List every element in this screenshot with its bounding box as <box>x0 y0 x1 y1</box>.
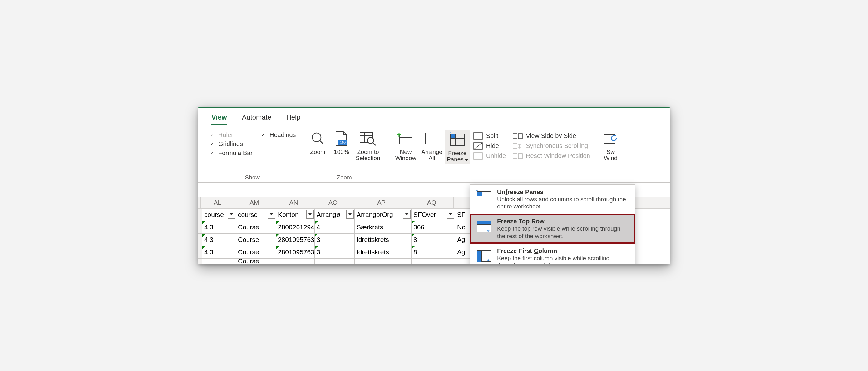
tab-view[interactable]: View <box>211 113 227 125</box>
hide-button[interactable]: Hide <box>473 142 506 150</box>
check-formula-bar[interactable]: ✓ Formula Bar <box>209 149 253 157</box>
cell[interactable]: 4 3 <box>202 246 236 259</box>
freeze-top-row-icon: * <box>475 218 493 235</box>
cell[interactable]: 2800261294 <box>276 221 315 234</box>
cell[interactable]: 2801095763 <box>276 234 315 246</box>
unhide-button: Unhide <box>473 151 506 160</box>
cell[interactable]: Idrettskrets <box>355 246 411 259</box>
cell[interactable] <box>455 259 471 264</box>
group-label: Zoom <box>306 174 383 182</box>
filter-dropdown-icon[interactable] <box>306 210 314 219</box>
new-window-button[interactable]: New Window <box>393 130 419 162</box>
column-header[interactable]: AL <box>201 197 235 208</box>
svg-rect-28 <box>513 143 517 148</box>
cell[interactable] <box>355 259 411 264</box>
error-indicator-icon <box>202 221 206 224</box>
filter-cell[interactable]: ArrangorOrg <box>355 209 411 221</box>
cell[interactable]: Ag <box>455 234 471 246</box>
arrange-all-button[interactable]: Arrange All <box>419 130 445 162</box>
cell[interactable]: Idrettskrets <box>355 234 411 246</box>
column-header[interactable]: AO <box>313 197 353 208</box>
filter-dropdown-icon[interactable] <box>447 210 454 219</box>
row-edge <box>198 234 202 246</box>
cell[interactable] <box>315 259 355 264</box>
check-gridlines[interactable]: ✓ Gridlines <box>209 140 253 147</box>
column-header[interactable]: AP <box>353 197 410 208</box>
svg-text:*: * <box>487 258 490 264</box>
cell[interactable]: 3 <box>315 234 355 246</box>
new-window-icon <box>397 130 415 147</box>
cell[interactable]: Course <box>236 234 276 246</box>
cell[interactable]: Course <box>236 246 276 259</box>
filter-cell[interactable]: SFOver <box>411 209 455 221</box>
filter-dropdown-icon[interactable] <box>346 210 354 219</box>
svg-rect-42 <box>477 250 482 262</box>
row-edge <box>198 259 202 264</box>
freeze-first-column-icon: * <box>475 247 493 264</box>
switch-windows-button[interactable]: Sw Wind <box>599 130 623 162</box>
freeze-panes-icon: * <box>448 131 467 148</box>
cell[interactable]: 8 <box>411 234 455 246</box>
filter-cell[interactable]: SF <box>455 209 471 221</box>
filter-cell[interactable]: course- <box>236 209 276 221</box>
cell[interactable]: No <box>455 221 471 234</box>
svg-rect-27 <box>518 134 522 139</box>
tab-automate[interactable]: Automate <box>242 113 271 125</box>
svg-line-1 <box>320 141 323 144</box>
column-header[interactable]: AQ <box>410 197 454 208</box>
group-show: ✓ Ruler ✓ Gridlines ✓ Formula Bar ✓ <box>204 129 301 182</box>
unhide-icon <box>473 151 483 160</box>
row-edge <box>198 221 202 234</box>
cell[interactable]: 4 <box>315 221 355 234</box>
check-headings[interactable]: ✓ Headings <box>260 131 296 139</box>
cell[interactable]: Course <box>236 221 276 234</box>
column-header[interactable]: AN <box>274 197 313 208</box>
cell[interactable] <box>202 259 236 264</box>
cell[interactable]: 4 3 <box>202 221 236 234</box>
view-side-by-side-button[interactable]: View Side by Side <box>513 132 590 140</box>
menu-item-freeze-top-row[interactable]: * Freeze Top Row Keep the top row visibl… <box>470 214 635 244</box>
cell[interactable]: 366 <box>411 221 455 234</box>
tab-help[interactable]: Help <box>286 113 300 125</box>
svg-rect-38 <box>477 221 491 225</box>
button-label-line2: Wind <box>604 155 617 162</box>
cell[interactable]: Ag <box>455 246 471 259</box>
filter-cell[interactable]: Arrangø <box>315 209 355 221</box>
cell[interactable]: Course <box>236 259 276 264</box>
cell[interactable]: 2801095763 <box>276 246 315 259</box>
checkbox-icon: ✓ <box>209 141 215 147</box>
cell[interactable] <box>276 259 315 264</box>
split-button[interactable]: Split <box>473 132 506 140</box>
button-label-line1: New <box>400 148 412 156</box>
cell-value: 4 3 <box>204 224 213 231</box>
menu-item-title: Freeze First Column <box>497 247 630 255</box>
check-label: Formula Bar <box>218 149 253 157</box>
filter-cell[interactable]: Konton <box>276 209 315 221</box>
column-header[interactable] <box>454 197 469 208</box>
filter-dropdown-icon[interactable] <box>268 210 275 219</box>
corner-cell[interactable] <box>198 197 201 208</box>
cell[interactable] <box>411 259 455 264</box>
cell-value: 2800261294 <box>278 224 314 231</box>
magnifier-icon <box>308 130 327 147</box>
freeze-panes-button[interactable]: * Freeze Panes <box>445 130 470 164</box>
menu-item-unfreeze-panes[interactable]: * Unfreeze Panes Unlock all rows and col… <box>470 185 635 214</box>
cell-value: 4 3 <box>204 236 213 243</box>
menu-item-desc: Keep the top row visible while scrolling… <box>497 225 630 240</box>
column-header[interactable]: AM <box>235 197 274 208</box>
reset-window-position-button: Reset Window Position <box>513 151 590 160</box>
cell[interactable]: 8 <box>411 246 455 259</box>
filter-cell[interactable]: course- <box>202 209 236 221</box>
menu-item-desc: Unlock all rows and columns to scroll th… <box>497 196 630 211</box>
zoom-button[interactable]: Zoom <box>306 130 330 162</box>
filter-dropdown-icon[interactable] <box>228 210 235 219</box>
zoom-100-button[interactable]: 100 100% <box>330 130 353 162</box>
zoom-selection-button[interactable]: Zoom to Selection <box>353 130 383 162</box>
error-indicator-icon <box>411 221 415 224</box>
filter-dropdown-icon[interactable] <box>403 210 411 219</box>
cell[interactable]: Særkrets <box>355 221 411 234</box>
cell[interactable]: 4 3 <box>202 234 236 246</box>
cell[interactable]: 3 <box>315 246 355 259</box>
button-label-line1: Freeze <box>448 150 466 157</box>
menu-item-freeze-first-column[interactable]: * Freeze First Column Keep the first col… <box>470 244 635 264</box>
